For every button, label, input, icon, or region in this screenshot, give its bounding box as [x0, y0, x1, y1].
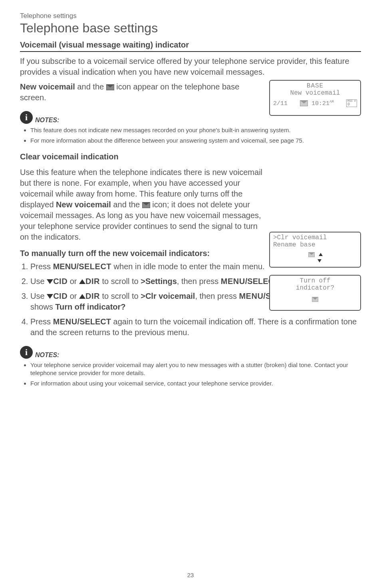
lcd-msg-count-box: MSG # 0: [346, 99, 357, 107]
heading-clear-voicemail: Clear voicemail indication: [20, 152, 361, 163]
up-arrow-icon: [319, 253, 323, 256]
page-number: 23: [0, 572, 381, 578]
lcd-menu-clr-voicemail: >Clr voicemail: [273, 234, 357, 241]
note-item: This feature does not indicate new messa…: [30, 126, 361, 134]
lcd-ampm: AM: [329, 100, 334, 104]
lcd-nav-arrows: [273, 251, 357, 264]
section-kicker: Telephone settings: [20, 12, 361, 20]
mail-icon: [300, 100, 308, 106]
manual-page: Telephone settings Telephone base settin…: [0, 0, 381, 588]
notes-label: NOTES:: [35, 352, 59, 359]
lcd-time: 10:21: [312, 100, 329, 107]
section2-body: Use this feature when the telephone indi…: [20, 167, 264, 242]
notes-label: NOTES:: [35, 117, 59, 124]
lcd-menu-rename-base: Rename base: [273, 241, 357, 248]
info-icon: i: [20, 346, 33, 359]
up-arrow-icon: [79, 294, 85, 299]
mail-icon: [142, 202, 150, 208]
heading-voicemail-indicator: Voicemail (visual message waiting) indic…: [20, 40, 361, 52]
up-arrow-icon: [79, 279, 85, 284]
lcd-row-new-voicemail: New voicemail: [273, 89, 357, 97]
mail-icon: [312, 297, 318, 302]
note-item: For information about using your voicema…: [30, 379, 361, 387]
new-voicemail-label: New voicemail: [20, 82, 75, 91]
down-arrow-icon: [47, 279, 53, 284]
section1-para2: New voicemail and the icon appear on the…: [20, 81, 260, 103]
lcd-base-screen: BASE New voicemail 2/11 10:21AM MSG # 0: [269, 80, 361, 116]
page-title: Telephone base settings: [20, 21, 361, 36]
section2-para: Use this feature when the telephone indi…: [20, 167, 264, 242]
down-arrow-icon: [318, 259, 321, 262]
notes-list-2: Your telephone service provider voicemai…: [20, 361, 361, 388]
lcd-prompt-line1: Turn off: [273, 277, 357, 284]
lcd-row-base: BASE: [273, 82, 357, 89]
note-item: For more information about the differenc…: [30, 137, 361, 145]
section1-para1: If you subscribe to a voicemail service …: [20, 56, 361, 77]
mail-icon: [308, 252, 315, 257]
note-item: Your telephone service provider voicemai…: [30, 361, 361, 377]
lcd-turn-off-prompt: Turn off indicator?: [269, 275, 361, 311]
lcd-settings-menu: >Clr voicemail Rename base: [269, 232, 361, 268]
down-arrow-icon: [47, 294, 53, 299]
mail-icon: [106, 84, 114, 90]
step-4: Press MENU/SELECT again to turn the voic…: [30, 316, 361, 338]
notes-list-1: This feature does not indicate new messa…: [20, 126, 361, 145]
notes-header-2: i NOTES:: [20, 346, 361, 359]
info-icon: i: [20, 111, 33, 124]
lcd-date: 2/11: [273, 100, 288, 107]
lcd-prompt-line2: indicator?: [273, 284, 357, 292]
